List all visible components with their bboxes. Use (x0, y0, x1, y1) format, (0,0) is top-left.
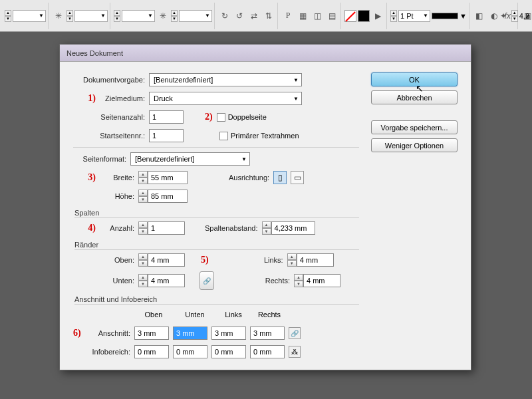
margin-top-stepper[interactable]: ▲▼ (138, 253, 148, 267)
margin-bottom-label: Unten: (100, 277, 134, 285)
toolbar-dropdown[interactable]: ▼ (13, 10, 46, 22)
cancel-button[interactable]: Abbrechen (371, 90, 458, 104)
pagesize-select[interactable]: [Benutzerdefiniert]▼ (130, 152, 250, 166)
flip-icon[interactable]: ⇅ (262, 9, 275, 23)
stroke-weight-dropdown[interactable]: 1 Pt▼ (398, 10, 430, 22)
columns-heading: Spalten (74, 209, 359, 218)
flip-icon[interactable]: ⇄ (247, 9, 261, 23)
slug-label: Infobereich: (90, 348, 130, 356)
margin-right-label: Rechts: (259, 277, 290, 285)
bleed-right-input[interactable]: 3 mm (250, 327, 285, 340)
margin-right-stepper[interactable]: ▲▼ (294, 274, 303, 287)
height-input[interactable]: 85 mm (148, 190, 188, 203)
col-header: Unten (174, 311, 215, 319)
annotation-3: 3) (73, 172, 96, 183)
col-count-label: Anzahl: (100, 224, 134, 232)
toolbar-dropdown[interactable]: ▼ (179, 10, 212, 22)
pages-input[interactable]: 1 (149, 110, 184, 124)
fill-swatch-none-icon[interactable] (344, 10, 356, 22)
annotation-2: 2) (205, 112, 213, 122)
margins-heading: Ränder (74, 241, 359, 250)
height-stepper[interactable]: ▲▼ (138, 190, 148, 203)
annotation-4: 4) (73, 223, 96, 233)
wrap-icon[interactable]: ▤ (325, 9, 338, 23)
rotate-icon[interactable]: ↺ (233, 9, 246, 23)
start-page-label: Startseitennr.: (73, 132, 145, 140)
preset-select[interactable]: [Benutzerdefiniert]▼ (149, 73, 302, 86)
slug-bottom-input[interactable]: 0 mm (173, 345, 207, 358)
bleed-label: Anschnitt: (90, 329, 130, 337)
start-page-input[interactable]: 1 (149, 129, 184, 142)
pages-label: Seitenanzahl: (73, 113, 145, 121)
margin-left-label: Links: (257, 256, 283, 264)
effects-icon[interactable]: ◧ (473, 9, 486, 23)
toolbar-dropdown[interactable]: ▼ (74, 10, 108, 22)
margin-top-input[interactable]: 4 mm (148, 253, 185, 267)
fewer-options-button[interactable]: Weniger Optionen (371, 138, 458, 152)
annotation-1: 1) (73, 93, 96, 104)
margin-bottom-input[interactable]: 4 mm (148, 274, 185, 287)
margin-bottom-stepper[interactable]: ▲▼ (138, 274, 148, 287)
slug-left-input[interactable]: 0 mm (211, 345, 246, 358)
primary-textframe-checkbox[interactable]: Primärer Textrahmen (219, 132, 299, 140)
wrap-icon[interactable]: ▦ (296, 9, 309, 23)
stepper-icon[interactable]: ▲▼ (114, 10, 120, 22)
stepper-icon[interactable]: ▲▼ (5, 10, 11, 22)
stepper-icon[interactable]: ▲▼ (390, 10, 397, 22)
bleed-slug-heading: Anschnitt und Infobereich (74, 295, 359, 305)
annotation-5: 5) (201, 255, 209, 265)
pagesize-label: Seitenformat: (73, 155, 126, 163)
save-preset-button[interactable]: Vorgabe speichern... (371, 120, 458, 134)
slug-top-input[interactable]: 0 mm (134, 345, 169, 358)
intent-select[interactable]: Druck▼ (149, 92, 302, 105)
col-count-stepper[interactable]: ▲▼ (138, 221, 148, 235)
new-document-dialog: Neues Dokument Dokumentvorgabe: [Benutze… (59, 44, 471, 370)
landscape-icon[interactable]: ▭ (291, 171, 304, 184)
stroke-style-icon[interactable] (432, 13, 458, 19)
portrait-icon[interactable]: ▯ (273, 171, 287, 184)
bleed-left-input[interactable]: 3 mm (211, 327, 246, 340)
width-input[interactable]: 55 mm (148, 171, 188, 184)
toolbar-value: 4,2 (519, 12, 529, 20)
dropdown-arrow-icon[interactable]: ▼ (460, 12, 467, 20)
margin-top-label: Oben: (100, 256, 134, 264)
width-label: Breite: (100, 174, 134, 182)
gutter-stepper[interactable]: ▲▼ (262, 221, 271, 235)
rotate-icon[interactable]: ↻ (218, 9, 231, 23)
arrow-icon[interactable]: ▶ (371, 9, 384, 23)
wrap-icon[interactable]: ◫ (311, 9, 324, 23)
orientation-label: Ausrichtung: (229, 174, 269, 182)
stepper-icon[interactable]: ▲▼ (511, 10, 518, 22)
gutter-input[interactable]: 4,233 mm (271, 221, 315, 235)
bug-icon[interactable]: ✳ (156, 9, 170, 23)
facing-pages-checkbox[interactable]: Doppelseite (217, 113, 267, 122)
margin-right-input[interactable]: 4 mm (303, 274, 340, 287)
margin-left-stepper[interactable]: ▲▼ (287, 253, 297, 267)
toolbar-dropdown[interactable]: ▼ (122, 10, 155, 22)
link-bleed-icon[interactable]: 🔗 (289, 327, 301, 339)
bug-icon[interactable]: ✳ (52, 9, 65, 23)
application-toolbar: ▲▼ ▼ ✳ ▲▼ ▼ ▲▼ ▼ ✳ ▲▼ ▼ ↻ ↺ ⇄ ⇅ P ▦ ◫ ▤ … (0, 0, 532, 32)
stepper-icon[interactable]: ▲▼ (66, 10, 73, 22)
height-label: Höhe: (100, 192, 134, 200)
col-header: Rechts (251, 311, 287, 319)
margin-left-input[interactable]: 4 mm (297, 253, 334, 267)
bleed-bottom-input[interactable]: 3 mm (173, 327, 207, 340)
link-slug-icon[interactable]: ⁂ (289, 346, 301, 358)
col-count-input[interactable]: 1 (148, 221, 185, 235)
link-margins-icon[interactable]: 🔗 (200, 271, 214, 290)
paragraph-icon[interactable]: P (281, 9, 295, 23)
col-header: Oben (133, 311, 174, 319)
gutter-label: Spaltenabstand: (205, 224, 258, 232)
width-stepper[interactable]: ▲▼ (138, 171, 148, 184)
stepper-icon[interactable]: ▲▼ (171, 10, 178, 22)
annotation-6: 6) (73, 328, 86, 338)
bleed-top-input[interactable]: 3 mm (134, 327, 169, 340)
slug-right-input[interactable]: 0 mm (250, 345, 285, 358)
stroke-swatch-black-icon[interactable] (358, 10, 370, 22)
intent-label: Zielmedium: (100, 94, 145, 102)
transform-icon[interactable]: ✦ (497, 9, 510, 23)
ok-button[interactable]: OK↖ (371, 72, 458, 86)
dialog-titlebar[interactable]: Neues Dokument (60, 45, 471, 62)
preset-label: Dokumentvorgabe: (73, 76, 145, 84)
